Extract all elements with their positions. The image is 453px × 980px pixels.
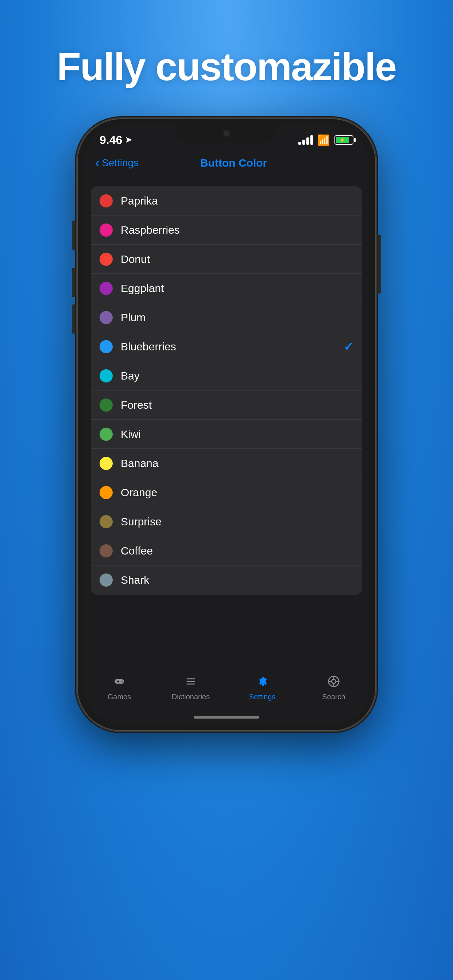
color-item[interactable]: Donut bbox=[91, 245, 362, 274]
nav-title: Button Color bbox=[139, 157, 329, 169]
color-item[interactable]: Shark bbox=[91, 565, 362, 595]
separator bbox=[83, 176, 370, 180]
color-item[interactable]: Plum bbox=[91, 303, 362, 332]
color-name: Plum bbox=[121, 311, 353, 324]
color-name: Coffee bbox=[121, 545, 353, 557]
tab-settings[interactable]: Settings bbox=[226, 675, 298, 701]
tab-games[interactable]: Games bbox=[83, 675, 155, 701]
color-item[interactable]: Kiwi bbox=[91, 420, 362, 449]
color-list: PaprikaRaspberriesDonutEggplantPlumBlueb… bbox=[83, 180, 370, 670]
tab-dictionaries[interactable]: Dictionaries bbox=[155, 675, 226, 701]
color-item[interactable]: Coffee bbox=[91, 536, 362, 565]
color-dot bbox=[100, 486, 113, 499]
phone-mockup: 9.46 ➤ 📶 ⚡ bbox=[77, 118, 376, 731]
color-name: Forest bbox=[121, 399, 353, 411]
tab-label-games: Games bbox=[108, 693, 131, 701]
status-time: 9.46 ➤ bbox=[100, 134, 132, 147]
chevron-left-icon: ‹ bbox=[95, 155, 100, 170]
status-icons: 📶 ⚡ bbox=[298, 134, 353, 146]
tab-label-settings: Settings bbox=[249, 693, 275, 701]
color-dot bbox=[100, 223, 113, 237]
phone-screen: 9.46 ➤ 📶 ⚡ bbox=[83, 125, 370, 724]
hero-title: Fully customazible bbox=[57, 44, 396, 89]
tab-search[interactable]: Search bbox=[298, 675, 370, 701]
color-item[interactable]: Forest bbox=[91, 390, 362, 420]
back-button[interactable]: ‹ Settings bbox=[95, 155, 139, 170]
color-dot bbox=[100, 311, 113, 324]
color-item[interactable]: Surprise bbox=[91, 507, 362, 536]
tab-label-dictionaries: Dictionaries bbox=[172, 693, 210, 701]
color-name: Eggplant bbox=[121, 282, 353, 294]
color-item[interactable]: Paprika bbox=[91, 186, 362, 215]
color-name: Kiwi bbox=[121, 428, 353, 441]
camera bbox=[223, 130, 230, 137]
color-name: Shark bbox=[121, 574, 353, 586]
color-dot bbox=[100, 428, 113, 441]
color-dot bbox=[100, 573, 113, 587]
color-dot bbox=[100, 340, 113, 353]
back-label: Settings bbox=[102, 157, 139, 169]
location-icon: ➤ bbox=[125, 135, 132, 145]
home-bar bbox=[194, 716, 259, 719]
color-name: Donut bbox=[121, 253, 353, 266]
svg-point-1 bbox=[332, 679, 335, 683]
settings-icon bbox=[256, 675, 268, 690]
phone-outer: 9.46 ➤ 📶 ⚡ bbox=[77, 118, 376, 731]
color-item[interactable]: Eggplant bbox=[91, 274, 362, 303]
notch bbox=[175, 125, 278, 143]
color-item[interactable]: Orange bbox=[91, 478, 362, 507]
nav-bar: ‹ Settings Button Color bbox=[83, 150, 370, 176]
color-name: Orange bbox=[121, 486, 353, 499]
color-dot bbox=[100, 457, 113, 470]
color-item[interactable]: Bay bbox=[91, 361, 362, 390]
color-item[interactable]: Raspberries bbox=[91, 215, 362, 245]
color-dot bbox=[100, 398, 113, 412]
battery-icon: ⚡ bbox=[335, 135, 353, 145]
color-dot bbox=[100, 194, 113, 207]
games-icon bbox=[113, 675, 126, 690]
color-name: Surprise bbox=[121, 515, 353, 528]
color-name: Banana bbox=[121, 457, 353, 469]
tab-label-search: Search bbox=[322, 693, 345, 701]
color-dot bbox=[100, 282, 113, 295]
dictionaries-icon bbox=[185, 675, 197, 690]
color-name: Bay bbox=[121, 370, 353, 382]
color-name: Blueberries bbox=[121, 340, 344, 353]
color-dot bbox=[100, 515, 113, 528]
signal-icon bbox=[298, 135, 313, 145]
color-name: Paprika bbox=[121, 195, 353, 207]
tab-bar: GamesDictionariesSettingsSearch bbox=[83, 670, 370, 710]
color-item[interactable]: Banana bbox=[91, 449, 362, 478]
search-icon bbox=[327, 675, 340, 690]
time-display: 9.46 bbox=[100, 134, 122, 147]
color-dot bbox=[100, 369, 113, 382]
wifi-icon: 📶 bbox=[317, 134, 330, 146]
color-item[interactable]: Blueberries✓ bbox=[91, 332, 362, 361]
color-dot bbox=[100, 253, 113, 266]
selected-checkmark: ✓ bbox=[344, 340, 353, 354]
color-name: Raspberries bbox=[121, 224, 353, 236]
color-section: PaprikaRaspberriesDonutEggplantPlumBlueb… bbox=[91, 186, 362, 595]
color-dot bbox=[100, 544, 113, 557]
home-indicator bbox=[83, 710, 370, 724]
